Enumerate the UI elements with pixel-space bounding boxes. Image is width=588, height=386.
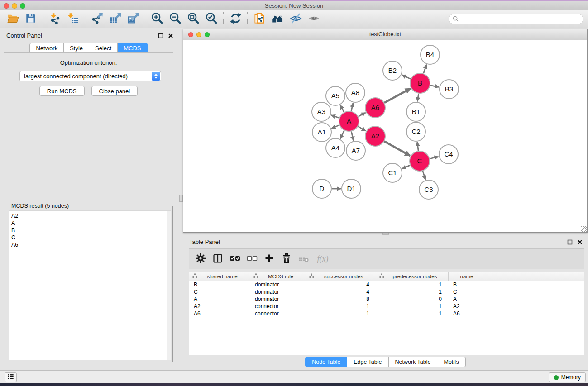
deselect-all-checkboxes-button[interactable] [244, 250, 261, 268]
zoom-fit-button[interactable] [184, 11, 202, 27]
table-row[interactable]: A6connector11A6 [189, 310, 584, 317]
export-image-button[interactable] [124, 11, 142, 27]
table-row[interactable]: A2connector11A2 [189, 303, 584, 310]
edge-A-A8[interactable] [351, 103, 353, 111]
zoom-in-button[interactable] [148, 11, 166, 27]
table-cell[interactable]: connector [250, 310, 306, 317]
window-resize-grip[interactable] [581, 226, 587, 232]
horizontal-divider-grip[interactable] [382, 233, 389, 235]
table-cell[interactable]: 1 [306, 303, 376, 310]
table-cell[interactable]: A [189, 295, 250, 303]
close-panel-icon[interactable] [168, 32, 173, 40]
new-network-button[interactable] [250, 11, 268, 27]
column-header-shared-name[interactable]: shared name [189, 272, 250, 281]
delete-table-button[interactable] [295, 250, 312, 268]
tab-select[interactable]: Select [89, 43, 118, 53]
edge-B-B4[interactable] [424, 65, 427, 74]
import-network-button[interactable] [46, 11, 64, 27]
table-cell[interactable]: 1 [306, 310, 376, 317]
tab-edge-table[interactable]: Edge Table [347, 357, 388, 367]
table-cell[interactable]: A6 [449, 310, 488, 317]
edge-A-A3[interactable] [331, 115, 339, 118]
table-cell[interactable]: dominator [250, 295, 306, 303]
table-cell[interactable]: dominator [250, 288, 306, 295]
table-cell[interactable]: 1 [376, 303, 449, 310]
memory-button[interactable]: Memory [549, 372, 586, 382]
refresh-button[interactable] [226, 11, 244, 27]
edge-C-C2[interactable] [417, 142, 418, 151]
network-window-titlebar[interactable]: testGlobe.txt [183, 29, 587, 40]
table-cell[interactable]: B [449, 281, 488, 288]
table-row[interactable]: Bdominator41B [189, 281, 584, 288]
table-cell[interactable]: 4 [306, 281, 376, 288]
edge-A-A4[interactable] [340, 131, 344, 139]
export-table-button[interactable] [106, 11, 124, 27]
edge-A-A2[interactable] [358, 126, 366, 131]
edge-C-C4[interactable] [430, 157, 438, 159]
export-network-button[interactable] [88, 11, 106, 27]
birds-eye-view-button[interactable] [305, 11, 323, 27]
zoom-selected-button[interactable] [202, 11, 220, 27]
function-builder-button[interactable]: f(x) [312, 250, 333, 268]
column-header-predecessor-nodes[interactable]: predecessor nodes [376, 272, 449, 281]
table-row[interactable]: Adominator80A [189, 295, 584, 303]
home-layout-button[interactable] [268, 11, 287, 27]
zoom-out-button[interactable] [166, 11, 184, 27]
add-column-button[interactable] [261, 250, 278, 268]
edge-A2-C[interactable] [384, 141, 410, 156]
float-panel-icon[interactable] [567, 238, 573, 247]
edge-C-C3[interactable] [423, 171, 425, 180]
tab-network[interactable]: Network [29, 43, 64, 53]
table-cell[interactable]: 1 [376, 310, 449, 317]
edge-B-B2[interactable] [402, 75, 411, 79]
search-input[interactable] [461, 14, 580, 24]
table-cell[interactable]: 1 [376, 281, 449, 288]
import-table-button[interactable] [64, 11, 82, 27]
result-item[interactable]: A2 [9, 212, 171, 219]
result-item[interactable]: C [9, 234, 171, 241]
show-columns-button[interactable] [209, 250, 226, 268]
edge-B-B1[interactable] [417, 94, 418, 101]
table-cell[interactable]: A [449, 295, 488, 303]
edge-A-A1[interactable] [331, 125, 339, 129]
tab-network-table[interactable]: Network Table [389, 357, 438, 367]
graphics-details-button[interactable] [287, 11, 305, 27]
result-item[interactable]: A6 [9, 241, 171, 248]
run-mcds-button[interactable]: Run MCDS [39, 86, 85, 96]
edge-A6-B[interactable] [384, 88, 411, 102]
table-settings-button[interactable] [192, 250, 209, 268]
table-cell[interactable]: C [189, 288, 250, 295]
column-header-successor-nodes[interactable]: successor nodes [306, 272, 376, 281]
table-cell[interactable]: connector [250, 303, 306, 310]
tab-node-table[interactable]: Node Table [305, 357, 347, 367]
search-field[interactable] [449, 14, 583, 24]
close-panel-icon[interactable] [577, 238, 583, 247]
edge-C-C1[interactable] [402, 165, 410, 169]
edge-A-A7[interactable] [351, 131, 354, 140]
network-canvas[interactable]: B4B2BB3A5A8A6A3B1AA1C2A2A4A7C4CC1DD1C3 [183, 40, 587, 232]
tab-style[interactable]: Style [64, 43, 89, 53]
table-cell[interactable]: 1 [376, 288, 449, 295]
edge-A-A6[interactable] [358, 113, 365, 116]
table-cell[interactable]: dominator [250, 281, 306, 288]
table-cell[interactable]: B [189, 281, 250, 288]
table-cell[interactable]: A6 [189, 310, 250, 317]
column-header-MCDS-role[interactable]: MCDS role [250, 272, 306, 281]
edge-A-A5[interactable] [340, 105, 344, 112]
tab-motifs[interactable]: Motifs [437, 357, 465, 367]
close-panel-button[interactable]: Close panel [91, 86, 138, 96]
delete-column-button[interactable] [278, 250, 295, 268]
select-all-checkboxes-button[interactable] [226, 250, 244, 268]
table-row[interactable]: Cdominator41C [189, 288, 584, 295]
result-item[interactable]: A [9, 219, 171, 227]
show-panels-button[interactable] [5, 372, 17, 382]
edge-B-B3[interactable] [430, 86, 439, 87]
table-cell[interactable]: C [449, 288, 488, 295]
table-cell[interactable]: 4 [306, 288, 376, 295]
result-scrollbar[interactable] [167, 211, 171, 360]
table-cell[interactable]: 8 [306, 295, 376, 303]
table-cell[interactable]: A2 [449, 303, 488, 310]
table-cell[interactable]: A2 [189, 303, 250, 310]
save-session-button[interactable] [22, 11, 40, 27]
panel-divider-grip[interactable] [179, 195, 183, 202]
